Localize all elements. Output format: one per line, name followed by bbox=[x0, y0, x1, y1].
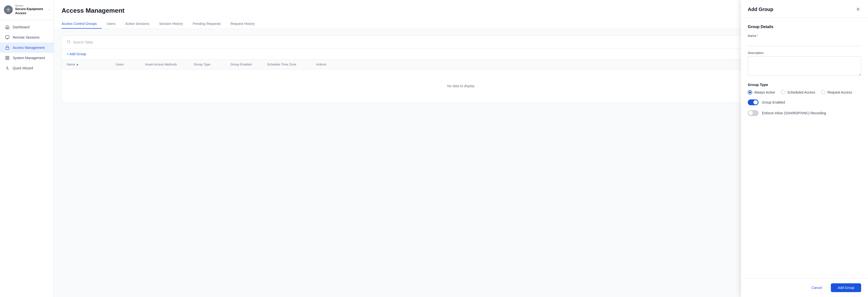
sidebar: Service Secure Equipment Access › Dashbo… bbox=[0, 0, 54, 297]
svg-rect-4 bbox=[6, 47, 9, 50]
submit-add-group-button[interactable]: Add Group bbox=[831, 283, 861, 292]
search-input[interactable] bbox=[73, 40, 855, 44]
add-group-row: + Add Group bbox=[62, 48, 860, 60]
add-group-button[interactable]: + Add Group bbox=[67, 52, 86, 56]
house-icon bbox=[5, 25, 10, 30]
tab-pending-requests[interactable]: Pending Requests bbox=[188, 19, 225, 29]
group-enabled-toggle-row: Group Enabled bbox=[748, 99, 861, 105]
table-empty-state: No data to display bbox=[62, 69, 860, 103]
tab-request-history[interactable]: Request History bbox=[225, 19, 260, 29]
radio-request-access[interactable]: Request Access bbox=[821, 90, 852, 95]
col-group-enabled: Group Enabled bbox=[230, 63, 267, 66]
sidebar-item-quick-wizard-label: Quick Wizard bbox=[13, 66, 33, 70]
panel-close-button[interactable]: ✕ bbox=[855, 6, 861, 13]
grid-icon bbox=[5, 56, 10, 60]
group-enabled-toggle[interactable] bbox=[748, 99, 758, 105]
radio-circle-always-active bbox=[748, 90, 752, 95]
service-header[interactable]: Service Secure Equipment Access › bbox=[0, 0, 54, 20]
panel-body: Group Details Name * Description Group T… bbox=[741, 18, 868, 278]
group-type-label: Group Type bbox=[748, 82, 861, 87]
col-users: Users bbox=[116, 63, 145, 66]
lock-icon bbox=[5, 45, 10, 50]
svg-point-0 bbox=[8, 9, 9, 10]
enforce-recording-label: Enforce Inline (SSH/RDP/VNC) Recording bbox=[762, 111, 826, 115]
page-title: Access Management bbox=[62, 7, 860, 14]
table-card: + Add Group Name ▲ Users Asset Access Me… bbox=[62, 36, 860, 103]
toggle-knob-group-enabled bbox=[753, 100, 758, 104]
radio-circle-request-access bbox=[821, 90, 826, 95]
radio-always-active[interactable]: Always Active bbox=[748, 90, 775, 95]
monitor-icon bbox=[5, 35, 10, 40]
radio-group: Always Active Scheduled Access Request A… bbox=[748, 90, 861, 95]
enforce-recording-toggle[interactable] bbox=[748, 110, 758, 116]
name-field: Name * bbox=[748, 34, 861, 46]
svg-rect-7 bbox=[8, 58, 9, 59]
group-type-section: Group Type Always Active Scheduled Acces… bbox=[748, 82, 861, 95]
magic-icon bbox=[5, 66, 10, 71]
search-icon bbox=[67, 40, 71, 44]
svg-rect-5 bbox=[6, 56, 7, 57]
service-icon bbox=[4, 5, 13, 14]
col-asset-access-methods: Asset Access Methods bbox=[145, 63, 194, 66]
table-header: Name ▲ Users Asset Access Methods Group … bbox=[62, 60, 860, 69]
add-group-panel: Add Group ✕ Group Details Name * Descrip… bbox=[741, 0, 868, 297]
panel-header: Add Group ✕ bbox=[741, 0, 868, 18]
panel-footer: Cancel Add Group bbox=[741, 278, 868, 297]
sidebar-item-access-management[interactable]: Access Management bbox=[0, 42, 54, 53]
sidebar-item-remote-sessions[interactable]: Remote Sessions bbox=[0, 32, 54, 42]
tab-active-sessions[interactable]: Active Sessions bbox=[121, 19, 154, 29]
sidebar-item-dashboard[interactable]: Dashboard bbox=[0, 22, 54, 32]
name-label: Name * bbox=[748, 34, 861, 38]
panel-title: Add Group bbox=[748, 7, 773, 12]
sidebar-item-remote-sessions-label: Remote Sessions bbox=[13, 35, 39, 39]
radio-scheduled-access[interactable]: Scheduled Access bbox=[781, 90, 815, 95]
description-label: Description bbox=[748, 51, 861, 55]
description-textarea[interactable] bbox=[748, 56, 861, 76]
sidebar-item-dashboard-label: Dashboard bbox=[13, 25, 30, 29]
tab-access-control-groups[interactable]: Access Control Groups bbox=[62, 19, 102, 29]
enforce-recording-toggle-row: Enforce Inline (SSH/RDP/VNC) Recording bbox=[748, 110, 861, 116]
service-label: Service bbox=[15, 4, 46, 7]
svg-line-11 bbox=[69, 42, 70, 43]
sidebar-item-system-management[interactable]: System Management bbox=[0, 53, 54, 63]
chevron-right-icon: › bbox=[49, 8, 50, 11]
toggle-knob-enforce-recording bbox=[748, 111, 753, 115]
tab-session-history[interactable]: Session History bbox=[154, 19, 188, 29]
radio-circle-scheduled-access bbox=[781, 90, 785, 95]
col-group-type: Group Type bbox=[194, 63, 230, 66]
description-field: Description bbox=[748, 51, 861, 77]
col-name: Name ▲ bbox=[67, 63, 116, 66]
sidebar-item-system-management-label: System Management bbox=[13, 56, 45, 60]
sidebar-item-access-management-label: Access Management bbox=[13, 46, 45, 50]
svg-point-10 bbox=[67, 40, 70, 43]
col-actions: Actions bbox=[316, 63, 340, 66]
group-details-title: Group Details bbox=[748, 25, 861, 29]
table-search-bar bbox=[62, 36, 860, 48]
cancel-button[interactable]: Cancel bbox=[807, 283, 827, 292]
tabs: Access Control Groups Users Active Sessi… bbox=[62, 19, 860, 29]
name-input[interactable] bbox=[748, 39, 861, 46]
required-indicator: * bbox=[757, 34, 758, 38]
sidebar-item-quick-wizard[interactable]: Quick Wizard bbox=[0, 63, 54, 73]
sort-asc-icon[interactable]: ▲ bbox=[76, 63, 79, 66]
svg-rect-6 bbox=[8, 56, 9, 57]
sidebar-nav: Dashboard Remote Sessions Access Manage bbox=[0, 20, 54, 75]
col-schedule-time-zone: Schedule Time Zone bbox=[267, 63, 316, 66]
svg-rect-8 bbox=[6, 58, 7, 59]
tab-users[interactable]: Users bbox=[102, 19, 121, 29]
svg-point-9 bbox=[7, 68, 8, 69]
service-name: Secure Equipment Access bbox=[15, 7, 46, 15]
group-enabled-label: Group Enabled bbox=[762, 100, 785, 104]
svg-rect-1 bbox=[6, 36, 9, 38]
